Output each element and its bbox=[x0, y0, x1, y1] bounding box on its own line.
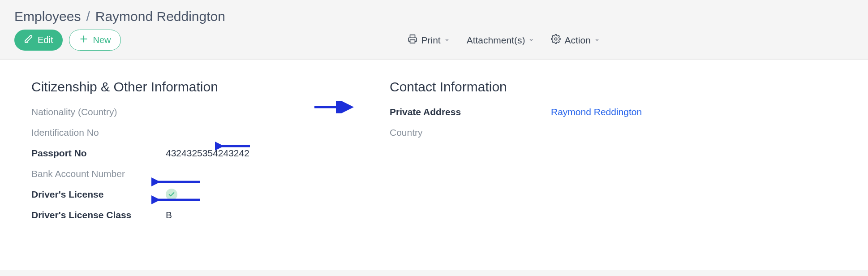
private-address-value[interactable]: Raymond Reddington bbox=[551, 107, 642, 117]
field-country: Country bbox=[390, 125, 721, 140]
action-label: Action bbox=[564, 35, 590, 46]
content-area: Citizenship & Other Information National… bbox=[0, 59, 868, 270]
toolbar: Print Attachment(s) Action bbox=[408, 34, 599, 46]
new-button-label: New bbox=[93, 35, 111, 45]
drivers-license-class-value: B bbox=[166, 210, 172, 220]
field-identification: Identification No bbox=[31, 125, 345, 140]
private-address-label: Private Address bbox=[390, 107, 551, 117]
bank-label: Bank Account Number bbox=[31, 168, 166, 179]
nationality-label: Nationality (Country) bbox=[31, 107, 166, 117]
field-drivers-license-class: Driver's License Class B bbox=[31, 207, 345, 223]
edit-button-label: Edit bbox=[38, 35, 53, 45]
page-header: Employees / Raymond Reddington Edit New bbox=[0, 0, 868, 59]
pencil-icon bbox=[24, 34, 33, 46]
citizenship-section: Citizenship & Other Information National… bbox=[31, 79, 345, 234]
contact-section: Contact Information Private Address Raym… bbox=[390, 79, 721, 234]
print-dropdown[interactable]: Print bbox=[408, 34, 449, 46]
button-group: Edit New bbox=[14, 30, 121, 51]
svg-rect-2 bbox=[410, 40, 415, 43]
drivers-license-value bbox=[166, 189, 177, 200]
new-button[interactable]: New bbox=[69, 30, 121, 51]
edit-button[interactable]: Edit bbox=[14, 30, 63, 51]
breadcrumb-separator: / bbox=[86, 9, 90, 24]
field-passport: Passport No 4324325354243242 bbox=[31, 146, 345, 161]
attachments-dropdown[interactable]: Attachment(s) bbox=[467, 35, 534, 46]
chevron-down-icon bbox=[444, 37, 450, 44]
breadcrumb-current: Raymond Reddington bbox=[95, 9, 225, 24]
header-actions-row: Edit New Print Attachment(s) bbox=[14, 30, 854, 51]
gear-icon bbox=[551, 34, 561, 46]
drivers-license-label: Driver's License bbox=[31, 189, 166, 200]
check-icon bbox=[166, 189, 177, 200]
passport-value: 4324325354243242 bbox=[166, 148, 249, 159]
passport-label: Passport No bbox=[31, 148, 166, 159]
attachments-label: Attachment(s) bbox=[467, 35, 525, 46]
print-label: Print bbox=[421, 35, 440, 46]
action-dropdown[interactable]: Action bbox=[551, 34, 599, 46]
breadcrumb: Employees / Raymond Reddington bbox=[14, 9, 854, 24]
printer-icon bbox=[408, 34, 417, 46]
field-drivers-license: Driver's License bbox=[31, 187, 345, 202]
citizenship-title: Citizenship & Other Information bbox=[31, 79, 345, 95]
contact-title: Contact Information bbox=[390, 79, 721, 95]
breadcrumb-root[interactable]: Employees bbox=[14, 9, 81, 24]
chevron-down-icon bbox=[529, 37, 534, 44]
field-private-address: Private Address Raymond Reddington bbox=[390, 104, 721, 120]
drivers-license-class-label: Driver's License Class bbox=[31, 210, 166, 220]
field-nationality: Nationality (Country) bbox=[31, 104, 345, 120]
svg-point-3 bbox=[555, 38, 558, 40]
identification-label: Identification No bbox=[31, 127, 166, 138]
chevron-down-icon bbox=[594, 37, 600, 44]
plus-icon bbox=[79, 34, 88, 46]
country-label: Country bbox=[390, 127, 551, 138]
field-bank: Bank Account Number bbox=[31, 166, 345, 181]
